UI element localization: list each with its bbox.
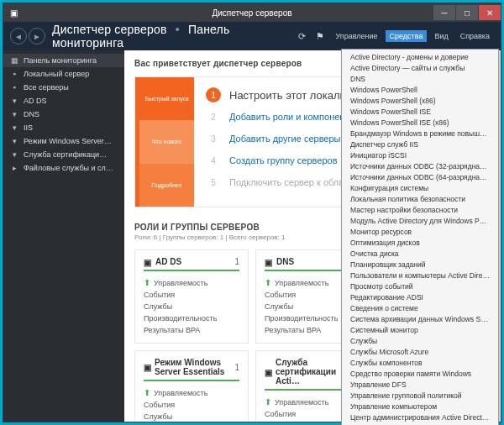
tools-menu-item-27[interactable]: Службы Microsoft Azure — [342, 346, 498, 357]
close-button[interactable]: ✕ — [479, 5, 501, 20]
sidebar-icon: ▾ — [10, 150, 18, 159]
sidebar-icon: ▦ — [10, 56, 18, 65]
tools-menu-item-19[interactable]: Планировщик заданий — [342, 259, 498, 270]
sidebar-item-label: Панель мониторинга — [24, 56, 97, 65]
tile-name: ▣ Режим Windows Server Essentials — [144, 358, 234, 376]
tools-menu-item-20[interactable]: Пользователи и компьютеры Active Directo… — [342, 270, 498, 281]
tools-menu-item-10[interactable]: Источники данных ODBC (32-разрядная верс… — [342, 160, 498, 171]
tile-row-services[interactable]: Службы — [144, 301, 239, 312]
sidebar-item-label: Локальный сервер — [24, 70, 89, 78]
sidebar-item-label: Режим Windows Server… — [24, 137, 112, 145]
tools-menu-item-13[interactable]: Локальная политика безопасности — [342, 193, 498, 204]
tools-menu-item-5[interactable]: Windows PowerShell ISE — [342, 106, 498, 117]
tools-menu-item-8[interactable]: Диспетчер служб IIS — [342, 139, 498, 150]
sidebar-item-label: IIS — [24, 123, 33, 132]
tools-menu-item-6[interactable]: Windows PowerShell ISE (x86) — [342, 117, 498, 128]
sidebar-item-1[interactable]: ▪Локальный сервер — [3, 67, 124, 81]
tools-menu-item-12[interactable]: Конфигурация системы — [342, 182, 498, 193]
sidebar-icon: ▾ — [10, 97, 18, 105]
sidebar-item-8[interactable]: ▸Файловые службы и сл… — [3, 161, 124, 175]
tools-menu-item-29[interactable]: Средство проверки памяти Windows — [342, 368, 498, 379]
tools-menu-item-32[interactable]: Управление компьютером — [342, 401, 498, 412]
tools-menu-item-1[interactable]: Active Directory — сайты и службы — [342, 62, 498, 73]
tile-row-events[interactable]: События — [144, 399, 239, 411]
status-up-icon: ⬆ — [144, 388, 150, 397]
tools-menu-item-28[interactable]: Службы компонентов — [342, 357, 498, 368]
tile-row-bpa[interactable]: Результаты BPA — [144, 324, 239, 336]
tile-row-manage[interactable]: ⬆Управляемость — [144, 276, 239, 289]
breadcrumb-app: Диспетчер серверов — [52, 23, 167, 36]
minimize-button[interactable]: ─ — [433, 5, 455, 20]
tools-menu-item-4[interactable]: Windows PowerShell (x86) — [342, 95, 498, 106]
sidebar-icon: ▸ — [10, 164, 18, 172]
step-number: 4 — [206, 153, 221, 168]
menu-tools[interactable]: Средства — [386, 30, 428, 42]
tile-row-events[interactable]: События — [144, 289, 239, 301]
sidebar-icon: ▪ — [10, 83, 18, 92]
role-tile-3[interactable]: ▣ Режим Windows Server Essentials 1 ⬆Упр… — [134, 350, 249, 422]
menu-manage[interactable]: Управление — [331, 30, 381, 42]
tab-whatsnew[interactable]: Что нового — [139, 120, 194, 163]
step-number: 1 — [206, 87, 221, 102]
tools-menu-item-25[interactable]: Системный монитор — [342, 324, 498, 335]
tab-quickstart[interactable]: Быстрый запуск — [139, 77, 194, 120]
sidebar-item-0[interactable]: ▦Панель мониторинга — [3, 54, 124, 67]
nav-back-button[interactable]: ◄ — [10, 28, 27, 45]
flag-icon[interactable]: ⚑ — [312, 29, 328, 44]
tools-menu-item-18[interactable]: Очистка диска — [342, 248, 498, 259]
sidebar-item-3[interactable]: ▾AD DS — [3, 94, 124, 108]
nav-forward-button[interactable]: ► — [29, 28, 45, 45]
tile-name: ▣ AD DS — [144, 257, 181, 266]
header-bar: ◄ ► Диспетчер серверов • Панель монитори… — [3, 22, 501, 50]
tools-menu-item-33[interactable]: Центр администрирования Active Directory — [342, 412, 498, 422]
sidebar-item-7[interactable]: ▾Служба сертификаци… — [3, 148, 124, 161]
refresh-icon[interactable]: ⟳ — [294, 29, 309, 44]
status-up-icon: ⬆ — [265, 278, 271, 287]
breadcrumb: Диспетчер серверов • Панель мониторинга — [52, 23, 294, 50]
tools-menu-item-31[interactable]: Управление групповой политикой — [342, 390, 498, 401]
tools-menu-item-21[interactable]: Просмотр событий — [342, 281, 498, 291]
titlebar: ▣ Диспетчер серверов ─ □ ✕ — [3, 3, 501, 22]
sidebar-item-5[interactable]: ▾IIS — [3, 121, 124, 134]
tools-dropdown: Active Directory - домены и довериеActiv… — [341, 49, 499, 425]
tools-menu-item-23[interactable]: Сведения о системе — [342, 302, 498, 313]
server-icon: ▣ — [265, 258, 273, 266]
menu-view[interactable]: Вид — [430, 30, 452, 42]
menu-help[interactable]: Справка — [456, 30, 494, 42]
tile-row-perf[interactable]: Производительность — [144, 312, 239, 324]
tile-row-manage[interactable]: ⬆Управляемость — [144, 386, 239, 399]
sidebar-icon: ▾ — [10, 123, 18, 132]
tools-menu-item-30[interactable]: Управление DFS — [342, 379, 498, 390]
tools-menu-item-15[interactable]: Модуль Active Directory для Windows Powe… — [342, 215, 498, 226]
sidebar-item-2[interactable]: ▪Все серверы — [3, 81, 124, 94]
tools-menu-item-22[interactable]: Редактирование ADSI — [342, 291, 498, 302]
tools-menu-item-7[interactable]: Брандмауэр Windows в режиме повышенной б… — [342, 128, 498, 139]
app-icon: ▣ — [7, 6, 20, 19]
status-up-icon: ⬆ — [144, 278, 150, 287]
step-number: 3 — [206, 131, 221, 146]
sidebar-item-label: DNS — [24, 110, 39, 118]
sidebar-item-6[interactable]: ▾Режим Windows Server… — [3, 134, 124, 148]
role-tile-0[interactable]: ▣ AD DS 1 ⬆Управляемость События Службы … — [134, 249, 249, 344]
sidebar-item-label: Служба сертификаци… — [24, 150, 107, 159]
tile-row-services[interactable]: Службы — [144, 411, 239, 422]
tools-menu-item-9[interactable]: Инициатор iSCSI — [342, 150, 498, 160]
maximize-button[interactable]: □ — [456, 5, 478, 20]
tools-menu-item-3[interactable]: Windows PowerShell — [342, 84, 498, 95]
tools-menu-item-11[interactable]: Источники данных ODBC (64-разрядная верс… — [342, 171, 498, 182]
sidebar-item-label: Файловые службы и сл… — [24, 164, 113, 172]
sidebar-icon: ▾ — [10, 110, 18, 118]
tools-menu-item-17[interactable]: Оптимизация дисков — [342, 237, 498, 248]
tools-menu-item-26[interactable]: Службы — [342, 335, 498, 346]
sidebar-icon: ▪ — [10, 70, 18, 78]
tools-menu-item-2[interactable]: DNS — [342, 73, 498, 84]
tools-menu-item-16[interactable]: Монитор ресурсов — [342, 226, 498, 237]
step-number: 5 — [206, 175, 221, 190]
tab-learnmore[interactable]: Подробнее — [139, 164, 194, 207]
tools-menu-item-0[interactable]: Active Directory - домены и доверие — [342, 51, 498, 62]
sidebar-item-4[interactable]: ▾DNS — [3, 108, 124, 121]
tools-menu-item-24[interactable]: Система архивации данных Windows Server — [342, 313, 498, 324]
tools-menu-item-14[interactable]: Мастер настройки безопасности — [342, 204, 498, 215]
tile-count: 1 — [234, 363, 239, 372]
status-up-icon: ⬆ — [265, 397, 271, 407]
